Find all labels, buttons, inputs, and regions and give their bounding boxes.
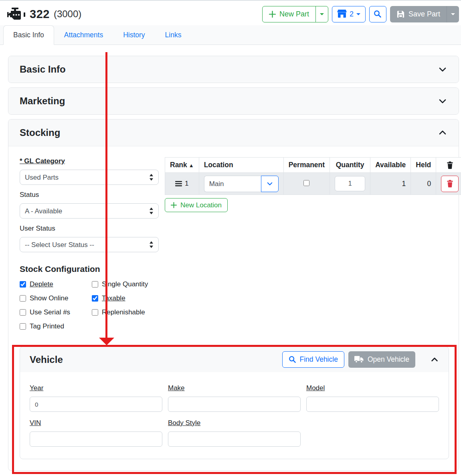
rank-cell: 1 — [165, 173, 199, 195]
gl-category-label: * GL Category — [20, 157, 65, 165]
section-title: Basic Info — [20, 64, 66, 75]
model-label: Model — [306, 384, 325, 392]
tab-basic-info[interactable]: Basic Info — [3, 25, 54, 45]
caret-down-icon — [356, 13, 360, 15]
year-label: Year — [30, 384, 43, 392]
checkbox-single-quantity[interactable]: Single Quantity — [92, 280, 159, 288]
vin-input[interactable] — [30, 431, 162, 447]
body-style-input[interactable] — [168, 431, 301, 447]
checkbox-tag-printed[interactable]: Tag Printed — [20, 322, 92, 330]
tag-printed-checkbox[interactable] — [20, 323, 26, 330]
find-vehicle-button[interactable]: Find Vehicle — [282, 351, 344, 368]
column-header-held: Held — [411, 158, 436, 173]
stocking-accordion-header[interactable]: Stocking — [8, 120, 459, 146]
location-cell: Main — [199, 173, 283, 195]
location-select[interactable]: Main — [204, 176, 261, 192]
vehicle-collapse-toggle[interactable] — [430, 355, 439, 364]
gl-category-select-wrap: Used Parts — [20, 170, 159, 185]
make-input[interactable] — [168, 397, 301, 412]
held-cell: 0 — [411, 173, 436, 195]
new-part-split-button: New Part — [262, 6, 328, 22]
delete-location-button[interactable] — [441, 176, 459, 192]
trash-icon — [447, 161, 453, 169]
trash-icon — [447, 180, 453, 188]
engine-icon — [7, 8, 26, 20]
new-part-button[interactable]: New Part — [263, 6, 315, 22]
make-label: Make — [168, 384, 185, 392]
new-part-dropdown-toggle[interactable] — [315, 6, 328, 22]
checkbox-taxable[interactable]: Taxable — [92, 294, 159, 302]
single-quantity-checkbox[interactable] — [92, 281, 98, 288]
column-header-quantity: Quantity — [330, 158, 370, 173]
section-title: Stocking — [20, 127, 60, 138]
user-status-select[interactable]: -- Select User Status -- — [20, 237, 159, 252]
save-part-dropdown-toggle[interactable] — [447, 6, 459, 22]
truck-icon — [354, 356, 364, 363]
location-dropdown-button[interactable] — [261, 176, 279, 192]
section-title: Marketing — [20, 95, 65, 107]
make-field: Make — [168, 384, 301, 412]
locations-area: Rank▲ Location Permanent Quantity Availa… — [165, 157, 461, 212]
column-header-delete — [436, 158, 461, 173]
search-icon — [289, 356, 296, 363]
stocking-body: * GL Category Used Parts Status A - Avai… — [8, 146, 459, 470]
vin-label: VIN — [30, 419, 41, 427]
model-field: Model — [306, 384, 439, 412]
deplete-checkbox[interactable] — [20, 281, 26, 288]
gl-category-select[interactable]: Used Parts — [20, 170, 159, 185]
stock-configuration-checkboxes: Deplete Single Quantity Show Online — [20, 280, 159, 330]
basic-info-section: Basic Info — [8, 56, 459, 83]
column-header-available: Available — [370, 158, 411, 173]
checkbox-replenishable[interactable]: Replenishable — [92, 308, 159, 316]
tab-history[interactable]: History — [113, 25, 155, 45]
column-header-location: Location — [199, 158, 283, 173]
store-selector-button[interactable]: 2 — [332, 6, 366, 22]
user-status-select-wrap: -- Select User Status -- — [20, 237, 159, 252]
user-status-label: User Status — [20, 225, 55, 233]
column-header-rank[interactable]: Rank▲ — [165, 158, 199, 173]
checkbox-show-online[interactable]: Show Online — [20, 294, 92, 302]
status-select[interactable]: A - Available — [20, 203, 159, 219]
caret-down-icon — [320, 13, 324, 15]
replenishable-checkbox[interactable] — [92, 309, 98, 316]
taxable-checkbox[interactable] — [92, 295, 98, 302]
header-actions: New Part 2 — [262, 6, 459, 22]
caret-down-icon — [451, 13, 455, 15]
stock-configuration-title: Stock Configuration — [20, 264, 159, 274]
page-title: 322 — [30, 8, 50, 21]
drag-handle-icon[interactable] — [175, 181, 182, 186]
vehicle-title: Vehicle — [30, 354, 63, 365]
stocking-form: * GL Category Used Parts Status A - Avai… — [20, 157, 159, 330]
chevron-down-icon — [438, 65, 447, 74]
year-input[interactable] — [30, 397, 162, 412]
vehicle-section: Vehicle Find Vehicle — [20, 346, 449, 459]
new-location-button[interactable]: New Location — [165, 198, 228, 212]
quantity-cell — [330, 173, 370, 195]
open-vehicle-button[interactable]: Open Vehicle — [348, 351, 415, 368]
delete-cell — [436, 173, 461, 195]
model-input[interactable] — [306, 397, 439, 412]
save-part-button[interactable]: Save Part — [390, 6, 447, 22]
basic-info-accordion-header[interactable]: Basic Info — [8, 56, 459, 83]
search-icon — [374, 10, 382, 18]
tab-attachments[interactable]: Attachments — [54, 25, 113, 45]
main-content: Basic Info Marketing Stocking * G — [8, 56, 459, 471]
plus-icon — [171, 202, 177, 208]
chevron-down-icon — [438, 96, 447, 106]
checkbox-use-serial-numbers[interactable]: Use Serial #s — [20, 308, 92, 316]
use-serial-numbers-checkbox[interactable] — [20, 309, 26, 316]
save-part-split-button: Save Part — [390, 6, 459, 22]
search-part-button[interactable] — [369, 6, 386, 22]
marketing-accordion-header[interactable]: Marketing — [8, 88, 459, 114]
marketing-section: Marketing — [8, 87, 459, 115]
tab-links[interactable]: Links — [155, 25, 192, 45]
tab-bar: Basic Info Attachments History Links — [0, 25, 461, 45]
location-row: 1 Main — [165, 173, 461, 195]
store-count: 2 — [350, 10, 354, 18]
checkbox-deplete[interactable]: Deplete — [20, 280, 92, 288]
sort-asc-icon: ▲ — [189, 162, 194, 168]
quantity-input[interactable] — [335, 176, 365, 191]
vehicle-header: Vehicle Find Vehicle — [20, 347, 449, 372]
permanent-checkbox[interactable] — [303, 180, 309, 186]
show-online-checkbox[interactable] — [20, 295, 26, 302]
